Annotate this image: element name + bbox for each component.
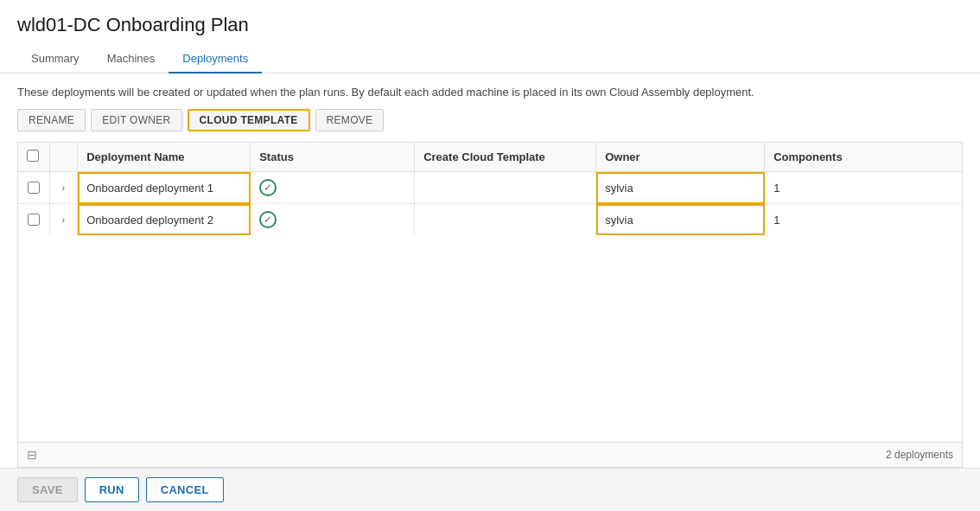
row1-expand-cell: ›	[49, 172, 78, 204]
edit-owner-button[interactable]: EDIT OWNER	[91, 109, 181, 131]
row1-components-cell: 1	[765, 172, 962, 204]
header-cloud-template: Create Cloud Template	[415, 143, 596, 172]
action-bar: SAVE RUN CANCEL	[0, 468, 980, 511]
row1-checkbox[interactable]	[28, 182, 40, 194]
deployments-table: Deployment Name Status Create Cloud Temp…	[18, 143, 962, 235]
toolbar: RENAME EDIT OWNER CLOUD TEMPLATE REMOVE	[17, 109, 963, 131]
run-button[interactable]: RUN	[85, 477, 139, 502]
header-deployment-name: Deployment Name	[78, 143, 251, 172]
save-button: SAVE	[17, 477, 78, 502]
table-row: › Onboarded deployment 1 ✓ sylvia	[18, 172, 962, 204]
header-checkbox-col	[18, 143, 49, 172]
page-title: wld01-DC Onboarding Plan	[17, 14, 963, 36]
row2-checkbox-cell	[18, 204, 49, 236]
tab-bar: Summary Machines Deployments	[17, 45, 963, 73]
row2-template-cell	[415, 204, 596, 236]
row2-expand-cell: ›	[49, 204, 78, 236]
table-scroll-area[interactable]: Deployment Name Status Create Cloud Temp…	[18, 143, 962, 442]
table-row: › Onboarded deployment 2 ✓ sylvia	[18, 204, 962, 236]
cloud-template-button[interactable]: CLOUD TEMPLATE	[188, 109, 310, 131]
row1-deployment-name: Onboarded deployment 1	[86, 182, 213, 195]
select-all-checkbox[interactable]	[27, 150, 39, 162]
deployments-table-container: Deployment Name Status Create Cloud Temp…	[17, 142, 963, 468]
page-header: wld01-DC Onboarding Plan Summary Machine…	[0, 0, 980, 73]
header-components: Components	[765, 143, 962, 172]
row1-expand-button[interactable]: ›	[59, 181, 69, 195]
tab-summary[interactable]: Summary	[17, 45, 93, 73]
row2-expand-button[interactable]: ›	[59, 213, 69, 227]
deployments-count: 2 deployments	[886, 449, 953, 461]
row2-status-icon: ✓	[259, 211, 277, 228]
row1-checkbox-cell	[18, 172, 49, 204]
row2-owner-cell: sylvia	[596, 204, 765, 236]
column-resize-icon: ⊟	[27, 448, 37, 462]
table-footer: ⊟ 2 deployments	[18, 442, 962, 467]
header-owner: Owner	[596, 143, 765, 172]
row2-name-cell: Onboarded deployment 2	[78, 204, 251, 236]
remove-button[interactable]: REMOVE	[315, 109, 385, 131]
row2-owner-value: sylvia	[605, 214, 633, 227]
main-content: These deployments will be created or upd…	[0, 73, 980, 468]
header-status: Status	[251, 143, 415, 172]
row1-template-cell	[415, 172, 596, 204]
row2-status-cell: ✓	[251, 204, 415, 236]
row1-status-cell: ✓	[251, 172, 415, 204]
row2-checkbox[interactable]	[28, 214, 40, 226]
rename-button[interactable]: RENAME	[17, 109, 86, 131]
row1-owner-cell: sylvia	[596, 172, 765, 204]
cancel-button[interactable]: CANCEL	[146, 477, 224, 502]
row2-components-value: 1	[773, 214, 780, 227]
header-expand-col	[49, 143, 78, 172]
row2-components-cell: 1	[765, 204, 962, 236]
row1-components-value: 1	[773, 182, 780, 195]
table-header-row: Deployment Name Status Create Cloud Temp…	[18, 143, 962, 172]
tab-deployments[interactable]: Deployments	[169, 45, 262, 73]
tab-machines[interactable]: Machines	[93, 45, 169, 73]
row2-deployment-name: Onboarded deployment 2	[86, 214, 213, 227]
page-description: These deployments will be created or upd…	[17, 86, 963, 99]
row1-status-icon: ✓	[259, 179, 277, 196]
row1-owner-value: sylvia	[605, 182, 633, 195]
row1-name-cell: Onboarded deployment 1	[78, 172, 251, 204]
